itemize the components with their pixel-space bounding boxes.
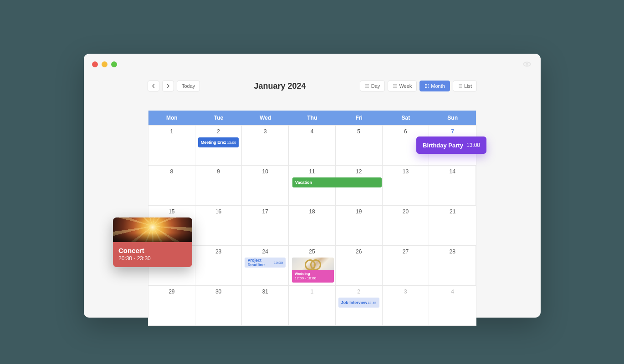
weekday-label: Wed (242, 111, 289, 125)
svg-point-2 (426, 84, 427, 85)
day-number: 23 (195, 248, 242, 255)
svg-point-7 (425, 87, 426, 88)
week-row: 29303112Job Interview13:4534 (148, 285, 476, 325)
event-time: 13:00 (466, 142, 480, 148)
event-wedding-card[interactable]: Wedding12:00 - 18:00 (292, 258, 334, 283)
day-cell[interactable]: 3 (383, 286, 430, 325)
weekday-label: Tue (195, 111, 242, 125)
day-cell[interactable]: 1 (289, 286, 336, 325)
day-cell[interactable]: 14 (429, 166, 476, 205)
wedding-image (292, 258, 334, 270)
view-month-label: Month (431, 83, 445, 89)
day-number: 17 (242, 208, 288, 215)
svg-point-3 (428, 84, 429, 85)
svg-point-5 (426, 86, 427, 86)
event-time: 12:00 - 18:00 (295, 276, 331, 281)
list-icon (365, 84, 369, 88)
day-cell[interactable]: 2Meeting Erez13:00 (195, 126, 242, 165)
view-week-label: Week (399, 83, 412, 89)
weekday-label: Thu (289, 111, 336, 125)
svg-point-12 (458, 87, 458, 88)
day-cell[interactable]: 17 (242, 206, 289, 245)
event-deadline[interactable]: Project Deadline10:30 (245, 258, 286, 268)
day-cell[interactable]: 19 (336, 206, 383, 245)
day-cell[interactable]: 30 (195, 286, 242, 325)
day-cell[interactable]: 4 (289, 126, 336, 165)
concert-image (113, 217, 192, 242)
window-controls (92, 61, 117, 67)
event-title: Vacation (295, 180, 312, 185)
day-number: 20 (383, 208, 429, 215)
day-cell[interactable]: 27 (383, 246, 430, 285)
chevron-right-icon (166, 84, 170, 88)
day-number: 3 (242, 128, 288, 135)
day-number: 18 (289, 208, 335, 215)
day-number: 14 (429, 168, 476, 175)
day-number: 4 (289, 128, 335, 135)
next-button[interactable] (162, 81, 174, 91)
view-week-button[interactable]: Week (388, 81, 417, 91)
day-cell[interactable]: 23 (195, 246, 242, 285)
day-number: 25 (289, 248, 335, 255)
day-cell[interactable]: 16 (195, 206, 242, 245)
day-cell[interactable]: 10 (242, 166, 289, 205)
prev-button[interactable] (148, 81, 159, 91)
event-time: 10:30 (274, 261, 283, 265)
svg-point-10 (458, 85, 458, 85)
event-concert-card[interactable]: Concert 20:30 - 23:30 (113, 217, 192, 267)
svg-point-11 (458, 86, 458, 86)
maximize-window-button[interactable] (111, 61, 117, 67)
day-number: 10 (242, 168, 288, 175)
day-cell[interactable]: 1 (148, 126, 195, 165)
calendar-title: January 2024 (204, 81, 356, 91)
weekday-label: Fri (336, 111, 383, 125)
day-cell[interactable]: 2Job Interview13:45 (336, 286, 383, 325)
view-day-label: Day (371, 83, 380, 89)
event-time: 13:00 (227, 141, 236, 145)
day-number: 7 (429, 128, 476, 135)
day-cell[interactable]: 8 (148, 166, 195, 205)
day-number: 21 (429, 208, 476, 215)
weekday-label: Mon (148, 111, 195, 125)
view-day-button[interactable]: Day (360, 81, 385, 91)
event-meeting[interactable]: Meeting Erez13:00 (198, 137, 239, 147)
day-cell[interactable]: 13 (383, 166, 430, 205)
view-list-button[interactable]: List (453, 81, 477, 91)
day-cell[interactable]: 31 (242, 286, 289, 325)
day-cell[interactable]: 5 (336, 126, 383, 165)
view-month-button[interactable]: Month (419, 81, 450, 91)
day-number: 1 (289, 288, 335, 295)
day-number: 6 (383, 128, 429, 135)
day-number: 31 (242, 288, 288, 295)
day-cell[interactable]: 20 (383, 206, 430, 245)
svg-point-9 (428, 87, 429, 88)
event-interview[interactable]: Job Interview13:45 (338, 298, 379, 308)
weekday-label: Sat (383, 111, 430, 125)
day-cell[interactable]: 26 (336, 246, 383, 285)
day-cell[interactable]: 4 (429, 286, 476, 325)
day-cell[interactable]: 9 (195, 166, 242, 205)
day-cell[interactable]: 18 (289, 206, 336, 245)
today-button[interactable]: Today (177, 81, 200, 91)
list-icon (393, 84, 397, 88)
day-cell[interactable]: 28 (429, 246, 476, 285)
event-vacation[interactable]: Vacation (292, 177, 382, 187)
day-cell[interactable]: 29 (148, 286, 195, 325)
day-cell[interactable]: 24Project Deadline10:30 (242, 246, 289, 285)
day-number: 16 (195, 208, 242, 215)
minimize-window-button[interactable] (102, 61, 107, 67)
close-window-button[interactable] (92, 61, 98, 67)
day-number: 13 (383, 168, 429, 175)
svg-point-4 (425, 86, 426, 86)
week-row: 222324Project Deadline10:3025262728Weddi… (148, 245, 476, 285)
day-number: 30 (195, 288, 242, 295)
day-cell[interactable]: 3 (242, 126, 289, 165)
day-number: 5 (336, 128, 382, 135)
event-birthday-popover[interactable]: Birthday Party 13:00 (416, 136, 486, 154)
list-icon (458, 84, 462, 88)
weekday-label: Sun (429, 111, 476, 125)
day-number: 3 (383, 288, 429, 295)
brand-logo-icon (522, 59, 532, 70)
day-cell[interactable]: 21 (429, 206, 476, 245)
day-number: 29 (148, 288, 195, 295)
